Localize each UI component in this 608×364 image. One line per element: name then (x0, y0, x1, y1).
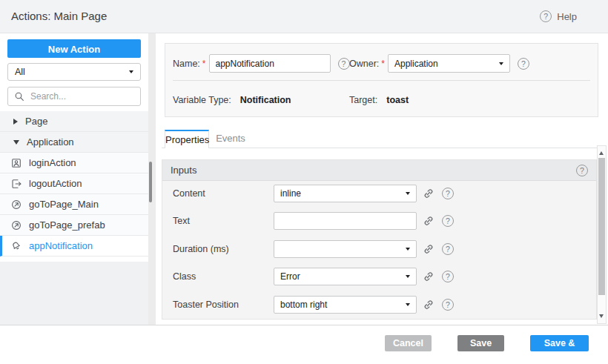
inputs-section-header: Inputs (162, 160, 596, 181)
class-label: Class (173, 268, 196, 285)
tree-item-label: goToPage_prefab (29, 219, 105, 231)
owner-label: Owner: (349, 59, 379, 69)
caret-down-icon (406, 303, 410, 306)
bind-link-icon[interactable] (423, 271, 434, 282)
tree-item-label: Page (25, 116, 47, 127)
sidebar-empty-area (0, 262, 148, 325)
owner-select-value: Application (394, 59, 499, 69)
help-button[interactable]: Help (540, 10, 577, 22)
help-label: Help (557, 11, 577, 22)
toaster-position-row: Toaster Position bottom right (162, 296, 596, 314)
sidebar-item-appnotification[interactable]: appNotification (0, 236, 148, 257)
actions-tree: Page Application loginAction logoutActio… (0, 111, 148, 257)
search-box[interactable] (7, 87, 141, 106)
content-select[interactable]: inline (274, 185, 417, 202)
go-to-page-icon (11, 199, 22, 210)
duration-row: Duration (ms) (162, 240, 596, 258)
bind-link-icon[interactable] (423, 215, 434, 227)
tree-item-label: loginAction (29, 157, 76, 168)
help-icon (540, 10, 552, 22)
caret-down-icon (499, 62, 503, 65)
dialog-footer: Cancel Save Save & Close (0, 325, 608, 364)
variable-type-group: Variable Type: Notification (173, 93, 291, 107)
scroll-down-icon[interactable] (599, 314, 604, 318)
inputs-section: Inputs Content inline Text (162, 159, 597, 320)
toaster-position-select-value: bottom right (280, 300, 406, 310)
dialog-header: Actions: Main Page Help (0, 0, 608, 33)
panel-divider (173, 80, 590, 81)
class-help-icon[interactable] (442, 271, 454, 282)
properties-scrollbar-thumb[interactable] (598, 158, 605, 295)
target-group: Target: toast (349, 93, 409, 107)
name-label: Name: (173, 59, 200, 69)
name-help-icon[interactable] (338, 58, 350, 70)
inputs-title: Inputs (171, 165, 576, 176)
name-input[interactable] (209, 54, 331, 73)
variable-type-value: Notification (240, 95, 291, 105)
text-input[interactable] (274, 212, 417, 230)
action-detail-panel: Name: * Owner: * Application Variable Ty… (156, 33, 608, 325)
sidebar-item-gotopage-main[interactable]: goToPage_Main (0, 194, 148, 215)
search-icon (14, 91, 24, 102)
bind-link-icon[interactable] (423, 299, 434, 311)
scroll-up-icon[interactable] (599, 151, 604, 155)
sidebar-scrollbar[interactable] (148, 33, 156, 325)
save-and-close-button[interactable]: Save & Close (530, 335, 589, 351)
bind-link-icon[interactable] (423, 188, 434, 199)
class-row: Class Error (162, 268, 596, 285)
toaster-position-select[interactable]: bottom right (274, 296, 417, 314)
owner-field-group: Owner: * Application (349, 54, 529, 73)
toaster-position-help-icon[interactable] (442, 299, 454, 311)
text-help-icon[interactable] (442, 215, 454, 227)
sidebar-item-login-action[interactable]: loginAction (0, 153, 148, 173)
go-to-page-icon (11, 220, 22, 231)
toaster-position-label: Toaster Position (173, 296, 239, 314)
owner-help-icon[interactable] (518, 58, 529, 70)
filter-select-value: All (15, 67, 129, 77)
text-label: Text (173, 212, 190, 230)
bind-link-icon[interactable] (423, 243, 434, 255)
owner-select[interactable]: Application (388, 54, 510, 73)
search-input[interactable] (29, 90, 147, 102)
chevron-down-icon (13, 140, 19, 145)
duration-select[interactable] (274, 240, 417, 258)
required-asterisk: * (202, 59, 206, 69)
actions-sidebar: New Action All Page Application (0, 33, 148, 325)
class-select[interactable]: Error (274, 268, 417, 285)
sidebar-item-gotopage-prefab[interactable]: goToPage_prefab (0, 215, 148, 236)
sidebar-item-page[interactable]: Page (0, 111, 148, 132)
sidebar-item-logout-action[interactable]: logoutAction (0, 173, 148, 194)
action-summary-panel: Name: * Owner: * Application Variable Ty… (165, 43, 598, 117)
content-label: Content (173, 185, 205, 202)
tab-properties[interactable]: Properties (165, 130, 209, 148)
tree-item-label: appNotification (29, 240, 93, 251)
caret-down-icon (129, 70, 133, 73)
save-button[interactable]: Save (457, 335, 504, 351)
inputs-help-icon[interactable] (576, 165, 588, 176)
target-value: toast (386, 95, 409, 105)
caret-down-icon (406, 192, 410, 195)
target-label: Target: (349, 95, 377, 105)
page-title: Actions: Main Page (11, 0, 107, 33)
properties-scrollbar[interactable] (597, 145, 607, 324)
caret-down-icon (406, 275, 410, 278)
content-help-icon[interactable] (442, 188, 454, 199)
duration-help-icon[interactable] (442, 243, 454, 255)
name-field-group: Name: * (173, 54, 350, 73)
login-icon (11, 158, 22, 168)
duration-label: Duration (ms) (173, 240, 229, 258)
text-row: Text (162, 212, 596, 230)
caret-down-icon (406, 248, 410, 251)
sidebar-item-application[interactable]: Application (0, 132, 148, 153)
filter-select[interactable]: All (7, 63, 141, 81)
new-action-button[interactable]: New Action (7, 39, 141, 58)
chevron-right-icon (13, 119, 18, 125)
variable-type-label: Variable Type: (173, 95, 231, 105)
notification-icon (11, 241, 22, 251)
tab-events[interactable]: Events (209, 130, 252, 148)
required-asterisk: * (381, 59, 385, 69)
tree-item-label: logoutAction (29, 178, 82, 189)
cancel-button[interactable]: Cancel (385, 335, 432, 351)
sidebar-scrollbar-thumb[interactable] (149, 162, 152, 202)
class-select-value: Error (280, 271, 406, 282)
